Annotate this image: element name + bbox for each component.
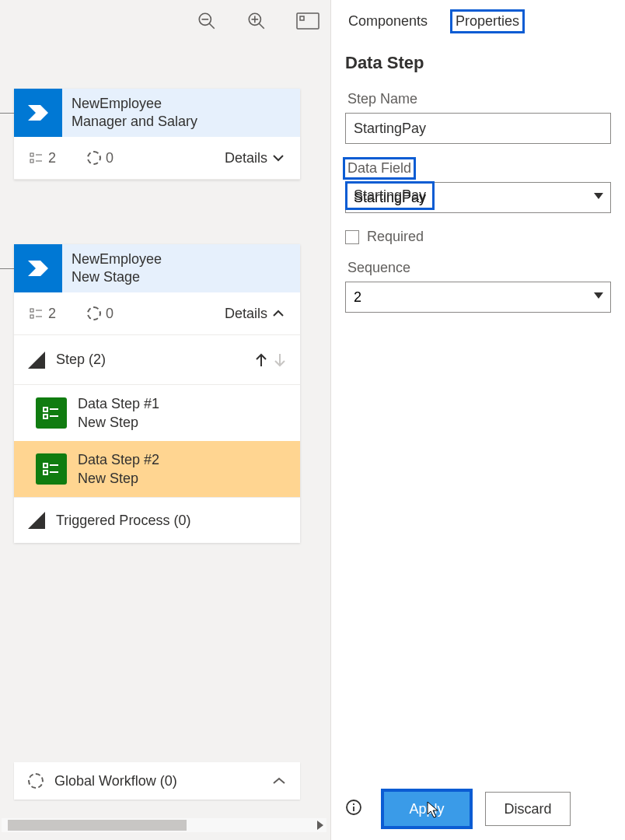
stage-chevron-icon bbox=[14, 89, 62, 137]
scrollbar-thumb[interactable] bbox=[8, 820, 187, 831]
horizontal-scrollbar[interactable] bbox=[2, 818, 326, 832]
tab-components[interactable]: Components bbox=[345, 12, 431, 31]
svg-marker-9 bbox=[28, 105, 48, 121]
discard-button[interactable]: Discard bbox=[485, 792, 571, 826]
data-step-1[interactable]: Data Step #1 New Step bbox=[25, 385, 300, 441]
fit-screen-icon[interactable] bbox=[296, 12, 319, 33]
svg-rect-21 bbox=[44, 408, 47, 411]
sequence-select[interactable]: 2 bbox=[345, 282, 611, 313]
stage-title-line1: NewEmployee bbox=[72, 250, 162, 268]
global-workflow-bar[interactable]: Global Workflow (0) bbox=[14, 762, 300, 800]
data-step-2[interactable]: Data Step #2 New Step bbox=[14, 441, 300, 497]
details-toggle[interactable]: Details bbox=[225, 150, 285, 166]
scrollbar-arrow-right-icon[interactable] bbox=[317, 821, 323, 830]
svg-rect-7 bbox=[297, 13, 319, 29]
apply-button[interactable]: Apply bbox=[384, 792, 470, 826]
checkbox-box-icon bbox=[345, 230, 359, 244]
data-step-subtitle: New Step bbox=[78, 469, 159, 488]
sequence-label: Sequence bbox=[345, 259, 413, 277]
stage-title-line2: Manager and Salary bbox=[72, 113, 197, 131]
svg-rect-10 bbox=[30, 153, 33, 156]
stage-card-new-stage[interactable]: NewEmployee New Stage 2 0 Details bbox=[14, 244, 300, 543]
workflow-circle-icon bbox=[28, 773, 44, 789]
data-step-icon bbox=[36, 397, 67, 429]
step-count-badge: 2 bbox=[30, 150, 56, 166]
data-step-title: Data Step #1 bbox=[78, 394, 159, 413]
required-label: Required bbox=[367, 229, 424, 245]
expand-triangle-icon bbox=[28, 352, 45, 369]
svg-rect-15 bbox=[30, 309, 33, 312]
other-count-badge: 0 bbox=[87, 306, 113, 322]
stage-title-line2: New Stage bbox=[72, 268, 162, 286]
steps-header-label: Step (2) bbox=[56, 352, 106, 368]
stage-chevron-icon bbox=[14, 244, 62, 292]
move-up-icon[interactable] bbox=[255, 353, 267, 367]
zoom-in-icon[interactable] bbox=[246, 11, 267, 35]
collapse-chevron-icon[interactable] bbox=[272, 773, 286, 789]
info-icon[interactable] bbox=[345, 799, 362, 820]
other-count-badge: 0 bbox=[87, 150, 113, 166]
global-workflow-label: Global Workflow (0) bbox=[54, 773, 177, 789]
svg-rect-23 bbox=[44, 415, 47, 418]
data-step-title: Data Step #2 bbox=[78, 450, 159, 469]
svg-rect-12 bbox=[30, 159, 33, 163]
step-count-badge: 2 bbox=[30, 306, 56, 322]
triggered-process-label: Triggered Process (0) bbox=[56, 513, 190, 529]
data-field-select[interactable]: StartingPay StartingPay bbox=[345, 182, 611, 213]
stage-title-line1: NewEmployee bbox=[72, 95, 197, 113]
tab-properties[interactable]: Properties bbox=[452, 12, 522, 31]
details-toggle[interactable]: Details bbox=[225, 306, 285, 322]
svg-rect-8 bbox=[300, 16, 304, 20]
data-step-icon bbox=[36, 453, 67, 485]
data-field-label: Data Field bbox=[345, 159, 414, 177]
svg-rect-27 bbox=[44, 471, 47, 474]
stage-card-manager-salary[interactable]: NewEmployee Manager and Salary 2 0 Detai… bbox=[14, 89, 300, 180]
connector-line bbox=[0, 268, 14, 269]
step-name-label: Step Name bbox=[345, 90, 420, 108]
data-step-subtitle: New Step bbox=[78, 413, 159, 432]
connector-line bbox=[0, 113, 14, 114]
zoom-out-icon[interactable] bbox=[197, 11, 217, 35]
step-name-input[interactable] bbox=[345, 113, 611, 144]
move-down-icon[interactable] bbox=[274, 353, 286, 367]
steps-header-row[interactable]: Step (2) bbox=[14, 335, 300, 385]
panel-heading: Data Step bbox=[345, 53, 611, 73]
svg-line-4 bbox=[259, 23, 264, 29]
svg-line-1 bbox=[209, 23, 215, 29]
expand-triangle-icon bbox=[28, 512, 45, 529]
svg-rect-17 bbox=[30, 315, 33, 318]
svg-marker-14 bbox=[28, 261, 48, 276]
svg-rect-25 bbox=[44, 464, 47, 467]
triggered-process-row[interactable]: Triggered Process (0) bbox=[14, 498, 300, 543]
required-checkbox[interactable]: Required bbox=[345, 229, 611, 245]
